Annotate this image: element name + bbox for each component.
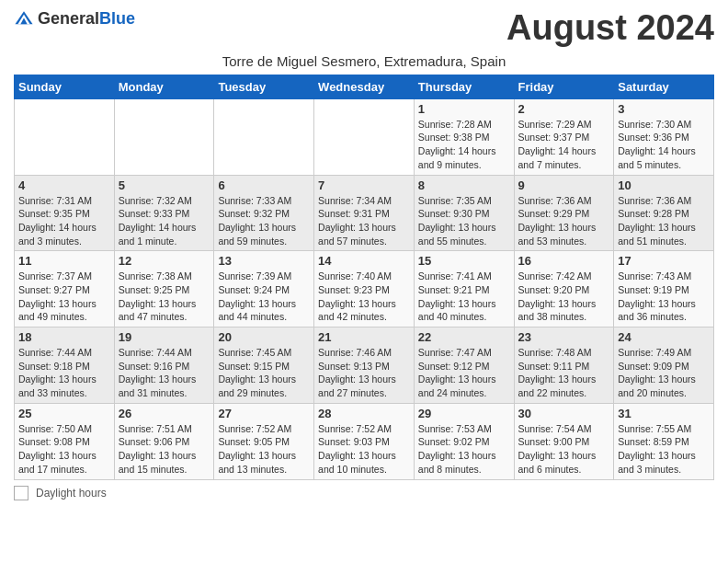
day-of-week-header: Sunday [15, 75, 115, 98]
day-info: Sunrise: 7:50 AM Sunset: 9:08 PM Dayligh… [18, 422, 110, 477]
calendar-cell: 29Sunrise: 7:53 AM Sunset: 9:02 PM Dayli… [414, 403, 514, 479]
day-number: 7 [318, 178, 410, 192]
calendar-week-row: 25Sunrise: 7:50 AM Sunset: 9:08 PM Dayli… [15, 403, 714, 479]
calendar-cell: 7Sunrise: 7:34 AM Sunset: 9:31 PM Daylig… [314, 175, 415, 251]
day-info: Sunrise: 7:32 AM Sunset: 9:33 PM Dayligh… [119, 194, 210, 248]
day-info: Sunrise: 7:55 AM Sunset: 8:59 PM Dayligh… [618, 422, 710, 477]
calendar-cell: 8Sunrise: 7:35 AM Sunset: 9:30 PM Daylig… [414, 175, 514, 251]
day-number: 2 [518, 102, 610, 116]
day-info: Sunrise: 7:44 AM Sunset: 9:16 PM Dayligh… [119, 346, 210, 400]
day-number: 21 [318, 330, 410, 344]
day-number: 6 [218, 178, 310, 192]
day-number: 16 [518, 254, 610, 268]
day-info: Sunrise: 7:36 AM Sunset: 9:28 PM Dayligh… [618, 194, 710, 248]
day-number: 5 [119, 178, 210, 192]
calendar-week-row: 11Sunrise: 7:37 AM Sunset: 9:27 PM Dayli… [15, 251, 714, 327]
calendar-cell: 28Sunrise: 7:52 AM Sunset: 9:03 PM Dayli… [314, 403, 415, 479]
day-info: Sunrise: 7:52 AM Sunset: 9:03 PM Dayligh… [318, 422, 410, 477]
day-number: 25 [18, 407, 110, 420]
day-number: 31 [618, 407, 710, 420]
calendar-header-row: SundayMondayTuesdayWednesdayThursdayFrid… [15, 75, 714, 98]
day-number: 27 [218, 407, 310, 420]
day-info: Sunrise: 7:45 AM Sunset: 9:15 PM Dayligh… [218, 346, 310, 400]
day-number: 8 [418, 178, 510, 192]
day-info: Sunrise: 7:49 AM Sunset: 9:09 PM Dayligh… [618, 346, 710, 400]
legend-box [14, 486, 28, 500]
day-info: Sunrise: 7:40 AM Sunset: 9:23 PM Dayligh… [318, 270, 410, 324]
calendar-cell: 11Sunrise: 7:37 AM Sunset: 9:27 PM Dayli… [15, 251, 115, 327]
day-of-week-header: Thursday [414, 75, 514, 98]
day-info: Sunrise: 7:29 AM Sunset: 9:37 PM Dayligh… [518, 118, 610, 172]
calendar-cell: 15Sunrise: 7:41 AM Sunset: 9:21 PM Dayli… [414, 251, 514, 327]
calendar-cell: 2Sunrise: 7:29 AM Sunset: 9:37 PM Daylig… [514, 98, 614, 175]
calendar-cell: 5Sunrise: 7:32 AM Sunset: 9:33 PM Daylig… [114, 175, 214, 251]
calendar-cell: 10Sunrise: 7:36 AM Sunset: 9:28 PM Dayli… [614, 175, 714, 251]
calendar-body: 1Sunrise: 7:28 AM Sunset: 9:38 PM Daylig… [15, 98, 714, 479]
day-info: Sunrise: 7:51 AM Sunset: 9:06 PM Dayligh… [119, 422, 210, 477]
day-number: 20 [218, 330, 310, 344]
calendar-cell: 25Sunrise: 7:50 AM Sunset: 9:08 PM Dayli… [15, 403, 115, 479]
day-number: 9 [518, 178, 610, 192]
footer: Daylight hours [14, 486, 714, 500]
day-number: 24 [618, 330, 710, 344]
calendar-week-row: 1Sunrise: 7:28 AM Sunset: 9:38 PM Daylig… [15, 98, 714, 175]
day-info: Sunrise: 7:47 AM Sunset: 9:12 PM Dayligh… [418, 346, 510, 400]
calendar-week-row: 18Sunrise: 7:44 AM Sunset: 9:18 PM Dayli… [15, 327, 714, 404]
day-number: 13 [218, 254, 310, 268]
day-number: 23 [518, 330, 610, 344]
calendar-cell: 21Sunrise: 7:46 AM Sunset: 9:13 PM Dayli… [314, 327, 415, 404]
logo-icon [14, 9, 34, 29]
subtitle: Torre de Miguel Sesmero, Extremadura, Sp… [14, 53, 714, 69]
calendar-cell: 30Sunrise: 7:54 AM Sunset: 9:00 PM Dayli… [514, 403, 614, 479]
calendar-cell: 24Sunrise: 7:49 AM Sunset: 9:09 PM Dayli… [614, 327, 714, 404]
logo-blue-text: Blue [99, 9, 135, 28]
day-number: 18 [18, 330, 110, 344]
day-info: Sunrise: 7:30 AM Sunset: 9:36 PM Dayligh… [618, 118, 710, 172]
calendar-cell: 16Sunrise: 7:42 AM Sunset: 9:20 PM Dayli… [514, 251, 614, 327]
calendar-cell: 31Sunrise: 7:55 AM Sunset: 8:59 PM Dayli… [614, 403, 714, 479]
day-number: 29 [418, 407, 510, 420]
calendar-week-row: 4Sunrise: 7:31 AM Sunset: 9:35 PM Daylig… [15, 175, 714, 251]
calendar-cell: 3Sunrise: 7:30 AM Sunset: 9:36 PM Daylig… [614, 98, 714, 175]
day-number: 4 [18, 178, 110, 192]
calendar-cell: 6Sunrise: 7:33 AM Sunset: 9:32 PM Daylig… [214, 175, 314, 251]
day-number: 22 [418, 330, 510, 344]
calendar-cell: 19Sunrise: 7:44 AM Sunset: 9:16 PM Dayli… [114, 327, 214, 404]
day-info: Sunrise: 7:41 AM Sunset: 9:21 PM Dayligh… [418, 270, 510, 324]
logo-text: GeneralBlue [38, 10, 135, 29]
calendar-cell [214, 98, 314, 175]
day-info: Sunrise: 7:48 AM Sunset: 9:11 PM Dayligh… [518, 346, 610, 400]
calendar-cell: 18Sunrise: 7:44 AM Sunset: 9:18 PM Dayli… [15, 327, 115, 404]
calendar-cell: 13Sunrise: 7:39 AM Sunset: 9:24 PM Dayli… [214, 251, 314, 327]
calendar-cell: 14Sunrise: 7:40 AM Sunset: 9:23 PM Dayli… [314, 251, 415, 327]
day-info: Sunrise: 7:52 AM Sunset: 9:05 PM Dayligh… [218, 422, 310, 477]
calendar-table: SundayMondayTuesdayWednesdayThursdayFrid… [14, 75, 714, 480]
calendar-cell [314, 98, 415, 175]
logo-general: General [38, 9, 99, 28]
day-number: 11 [18, 254, 110, 268]
calendar-cell: 23Sunrise: 7:48 AM Sunset: 9:11 PM Dayli… [514, 327, 614, 404]
day-number: 12 [119, 254, 210, 268]
calendar-cell: 26Sunrise: 7:51 AM Sunset: 9:06 PM Dayli… [114, 403, 214, 479]
day-info: Sunrise: 7:54 AM Sunset: 9:00 PM Dayligh… [518, 422, 610, 477]
calendar-cell: 9Sunrise: 7:36 AM Sunset: 9:29 PM Daylig… [514, 175, 614, 251]
day-info: Sunrise: 7:35 AM Sunset: 9:30 PM Dayligh… [418, 194, 510, 248]
day-number: 26 [119, 407, 210, 420]
day-info: Sunrise: 7:33 AM Sunset: 9:32 PM Dayligh… [218, 194, 310, 248]
day-info: Sunrise: 7:31 AM Sunset: 9:35 PM Dayligh… [18, 194, 110, 248]
header: GeneralBlue August 2024 [14, 9, 714, 48]
month-title: August 2024 [506, 9, 714, 48]
calendar-cell: 4Sunrise: 7:31 AM Sunset: 9:35 PM Daylig… [15, 175, 115, 251]
day-number: 30 [518, 407, 610, 420]
day-info: Sunrise: 7:39 AM Sunset: 9:24 PM Dayligh… [218, 270, 310, 324]
logo: GeneralBlue [14, 9, 135, 29]
day-number: 28 [318, 407, 410, 420]
day-number: 1 [418, 102, 510, 116]
day-number: 17 [618, 254, 710, 268]
day-number: 3 [618, 102, 710, 116]
day-of-week-header: Monday [114, 75, 214, 98]
calendar-cell [15, 98, 115, 175]
day-number: 10 [618, 178, 710, 192]
day-number: 15 [418, 254, 510, 268]
day-info: Sunrise: 7:37 AM Sunset: 9:27 PM Dayligh… [18, 270, 110, 324]
